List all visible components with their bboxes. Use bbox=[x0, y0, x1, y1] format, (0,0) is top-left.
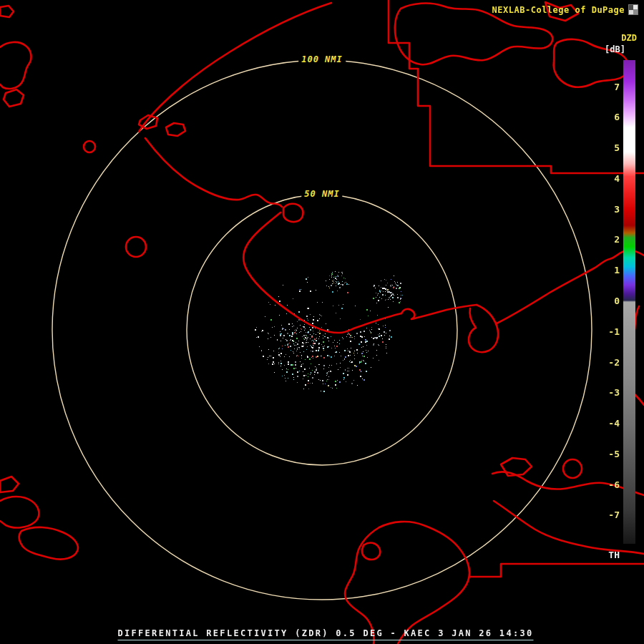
map-boundary-path bbox=[362, 543, 380, 560]
colorbar-tick-label: 1 bbox=[588, 265, 620, 276]
map-boundary-path bbox=[0, 497, 39, 527]
colorbar-tick-label: -3 bbox=[588, 387, 620, 399]
colorbar-tick-label: -4 bbox=[588, 418, 620, 429]
colorbar-tick-label: -2 bbox=[588, 357, 620, 369]
map-boundary-path bbox=[497, 250, 644, 323]
colorbar-tick-label: 3 bbox=[588, 204, 620, 215]
map-boundary-path bbox=[145, 138, 282, 207]
map-boundary-path bbox=[283, 204, 303, 222]
map-boundary-path bbox=[469, 564, 644, 577]
range-ring-label-100nmi: 100 NMI bbox=[298, 54, 346, 64]
nexlab-logo-icon bbox=[628, 4, 638, 15]
map-boundary-path bbox=[139, 115, 157, 129]
map-boundary-path bbox=[0, 6, 14, 17]
brand-text: NEXLAB-College of DuPage bbox=[492, 5, 625, 15]
map-boundary-path bbox=[401, 305, 477, 319]
colorbar-tick-label: -1 bbox=[588, 326, 620, 338]
colorbar-tick-label: -7 bbox=[588, 509, 620, 521]
colorbar-tick-label: 0 bbox=[588, 296, 620, 307]
range-ring-label-50nmi: 50 NMI bbox=[301, 189, 342, 199]
colorbar-threshold-label: TH bbox=[588, 550, 620, 560]
map-island-circle bbox=[126, 237, 146, 257]
colorbar-tick-label: 4 bbox=[588, 173, 620, 185]
map-boundary-path bbox=[0, 477, 19, 492]
radar-display: 100 NMI 50 NMI NEXLAB-College of DuPage … bbox=[0, 0, 644, 644]
colorbar-tick-label: -6 bbox=[588, 479, 620, 491]
map-boundary-path bbox=[0, 42, 31, 89]
map-island-circle bbox=[84, 141, 95, 152]
colorbar-tick-label: -5 bbox=[588, 449, 620, 460]
brand: NEXLAB-College of DuPage bbox=[492, 4, 638, 15]
map-boundary-path bbox=[243, 213, 401, 333]
map-boundary-path bbox=[379, 522, 469, 644]
map-boundary-path bbox=[139, 3, 331, 132]
colorbar-tick-label: 2 bbox=[588, 234, 620, 245]
product-caption: DIFFERENTIAL REFLECTIVITY (ZDR) 0.5 DEG … bbox=[117, 628, 533, 640]
map-boundary-path bbox=[469, 305, 498, 352]
map-boundary-path bbox=[345, 527, 379, 644]
map-boundary-path bbox=[494, 501, 644, 554]
colorbar-tick-label: 6 bbox=[588, 112, 620, 123]
map-boundary-path bbox=[166, 123, 185, 136]
colorbar-units: [dB] bbox=[605, 44, 625, 54]
map-boundary-path bbox=[501, 458, 532, 476]
map-overlay bbox=[0, 0, 644, 644]
map-boundary-path bbox=[4, 89, 24, 107]
colorbar-gradient bbox=[623, 60, 635, 544]
colorbar-tick-label: 7 bbox=[588, 82, 620, 93]
map-boundary-path bbox=[19, 527, 78, 560]
colorbar-title: DZD bbox=[621, 33, 637, 43]
map-island-circle bbox=[563, 459, 582, 478]
colorbar-tick-label: 5 bbox=[588, 142, 620, 154]
